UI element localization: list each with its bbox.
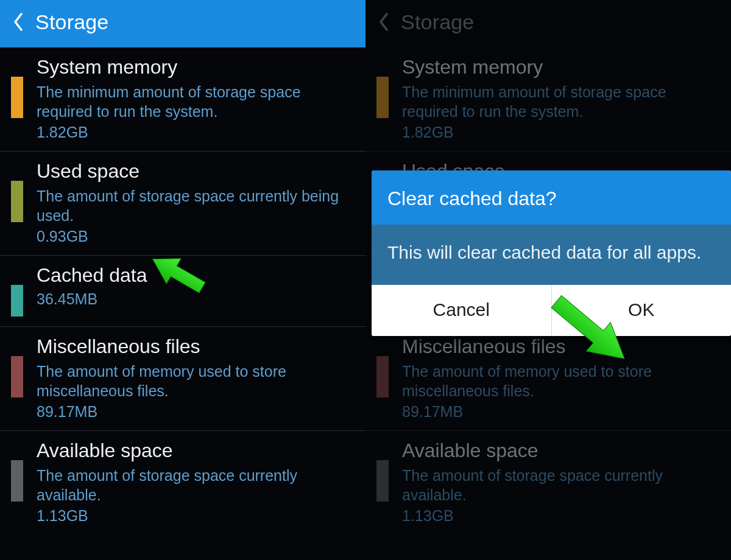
swatch-cached: [11, 285, 23, 317]
row-desc: The amount of storage space currently av…: [37, 466, 355, 505]
ok-button[interactable]: OK: [552, 285, 732, 336]
row-misc-files[interactable]: Miscellaneous files The amount of memory…: [0, 327, 366, 431]
app-header-dimmed: Storage: [366, 0, 731, 47]
row-size: 1.82GB: [402, 124, 720, 141]
row-desc: The minimum amount of storage space requ…: [402, 82, 720, 121]
row-text: Available space The amount of storage sp…: [37, 439, 355, 525]
swatch-used: [11, 181, 23, 222]
dialog-title: Clear cached data?: [372, 170, 731, 225]
right-panel: Storage System memory The minimum amount…: [366, 0, 731, 560]
row-title: Miscellaneous files: [37, 335, 355, 358]
swatch-available: [376, 460, 389, 502]
row-title: Available space: [37, 439, 355, 462]
row-desc: The amount of storage space currently be…: [37, 186, 355, 225]
swatch-available: [11, 460, 23, 502]
row-size: 36.45MB: [37, 290, 355, 308]
row-size: 1.82GB: [37, 124, 355, 141]
page-title: Storage: [401, 10, 474, 34]
row-title: System memory: [37, 56, 355, 79]
row-size: 0.93GB: [37, 228, 355, 245]
swatch-system: [11, 77, 23, 118]
page-title: Storage: [35, 10, 108, 34]
row-size: 89.17MB: [37, 403, 355, 421]
row-size: 1.13GB: [402, 507, 720, 525]
row-available-space: Available space The amount of storage sp…: [366, 431, 731, 534]
row-misc-files: Miscellaneous files The amount of memory…: [366, 327, 731, 431]
row-text: System memory The minimum amount of stor…: [37, 56, 355, 141]
row-system-memory: System memory The minimum amount of stor…: [366, 47, 731, 152]
row-available-space[interactable]: Available space The amount of storage sp…: [0, 431, 366, 534]
row-used-space[interactable]: Used space The amount of storage space c…: [0, 152, 366, 256]
row-title: Available space: [402, 439, 720, 462]
row-title: Used space: [37, 160, 355, 183]
row-desc: The amount of memory used to store misce…: [37, 362, 355, 401]
row-cached-data[interactable]: Cached data 36.45MB: [0, 256, 366, 327]
clear-cache-dialog: Clear cached data? This will clear cache…: [372, 170, 731, 336]
split-container: Storage System memory The minimum amount…: [0, 0, 731, 560]
row-size: 89.17MB: [402, 403, 720, 421]
storage-list: System memory The minimum amount of stor…: [0, 47, 366, 534]
row-text: Cached data 36.45MB: [37, 264, 355, 308]
row-desc: The amount of storage space currently av…: [402, 466, 720, 505]
row-title: System memory: [402, 56, 720, 79]
swatch-system: [376, 77, 389, 118]
left-panel: Storage System memory The minimum amount…: [0, 0, 366, 560]
row-system-memory[interactable]: System memory The minimum amount of stor…: [0, 47, 366, 152]
row-size: 1.13GB: [37, 507, 355, 525]
back-icon: [375, 9, 392, 35]
back-icon[interactable]: [10, 9, 27, 35]
swatch-misc: [11, 356, 23, 397]
row-desc: The minimum amount of storage space requ…: [37, 82, 355, 121]
cancel-button[interactable]: Cancel: [372, 285, 551, 336]
row-title: Cached data: [37, 264, 355, 287]
row-text: Used space The amount of storage space c…: [37, 160, 355, 245]
swatch-misc: [376, 356, 389, 397]
app-header: Storage: [0, 0, 366, 47]
row-title: Miscellaneous files: [402, 335, 720, 358]
dialog-buttons: Cancel OK: [372, 285, 731, 336]
dialog-body: This will clear cached data for all apps…: [372, 225, 731, 285]
row-desc: The amount of memory used to store misce…: [402, 362, 720, 401]
row-text: Miscellaneous files The amount of memory…: [37, 335, 355, 421]
